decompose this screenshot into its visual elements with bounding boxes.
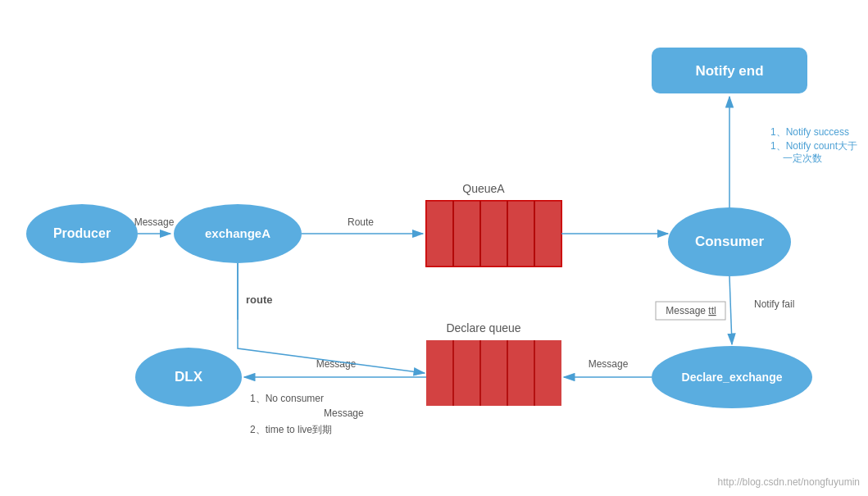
watermark: http://blog.csdn.net/nongfuyumin	[718, 476, 860, 488]
exchangea-label: exchangeA	[205, 226, 270, 240]
message-label-2: Message	[589, 358, 629, 370]
notify-success-label: 1、Notify success	[770, 126, 849, 138]
time-to-live-label: 2、time to live到期	[250, 424, 332, 435]
notify-fail-label: Notify fail	[754, 298, 794, 310]
producer-label: Producer	[53, 226, 111, 240]
declare-exchange-label: Declare_exchange	[682, 371, 783, 384]
queue-a-label: QueueA	[462, 182, 505, 195]
dlx-label: DLX	[175, 369, 203, 385]
route-lower-label: route	[246, 294, 273, 306]
no-consumer-label: 1、No consumer	[250, 393, 324, 404]
message-label-small: Message	[324, 407, 364, 419]
message-ttl-label: Message ttl	[666, 305, 716, 316]
notify-count-label-1: 1、Notify count大于	[770, 140, 857, 152]
consumer-label: Consumer	[695, 234, 764, 249]
declare-queue-label: Declare queue	[446, 321, 520, 334]
message-label-1: Message	[134, 216, 175, 228]
notify-count-label-2: 一定次数	[783, 152, 822, 164]
route-label: Route	[348, 216, 374, 228]
notify-end-label: Notify end	[695, 63, 763, 79]
svg-rect-8	[426, 201, 561, 266]
svg-rect-13	[426, 340, 561, 406]
